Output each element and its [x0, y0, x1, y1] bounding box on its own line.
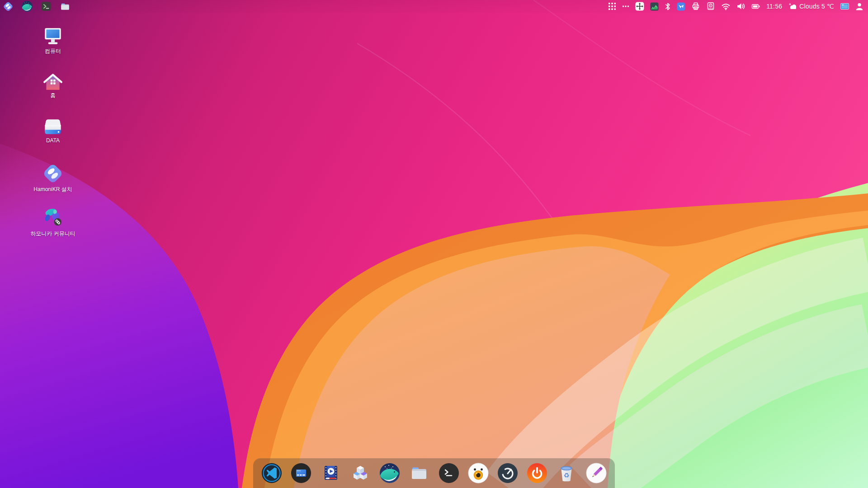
community-link-icon: [41, 206, 65, 230]
filmstrip-play-icon: [320, 462, 342, 484]
house-icon: [42, 70, 64, 91]
scanner-icon[interactable]: [706, 0, 715, 13]
dock-system-optimizer[interactable]: [497, 462, 519, 484]
desktop-icon-hamonikr-install[interactable]: HamoniKR 설치: [25, 162, 81, 193]
hamonikr-menu-button[interactable]: [2, 0, 14, 12]
svg-text:♻: ♻: [564, 472, 570, 479]
whale-icon: [379, 462, 401, 484]
wifi-icon[interactable]: [721, 0, 731, 13]
app-grid-icon[interactable]: [608, 0, 616, 13]
partly-cloudy-icon: [788, 2, 797, 10]
face-icon: [467, 462, 489, 484]
desktop-icon-community[interactable]: 하모니카 커뮤니티: [25, 206, 81, 237]
desktop-icon-label: 컴퓨터: [45, 48, 61, 55]
printer-icon[interactable]: [691, 0, 700, 13]
bluetooth-icon[interactable]: [665, 0, 671, 13]
display-icon[interactable]: [840, 0, 849, 13]
trash-can-icon: ♻: [556, 462, 577, 484]
speaker-icon[interactable]: [736, 0, 745, 13]
whale-browser-launcher[interactable]: [21, 0, 33, 12]
desktop-icon-label: 홈: [50, 93, 56, 99]
monitor-icon: [42, 27, 64, 47]
cubes-icon: [349, 462, 371, 484]
folder-icon: [408, 462, 430, 484]
dock-hamonikr-app[interactable]: [467, 462, 489, 484]
dock-text-editor[interactable]: [585, 462, 607, 484]
desktop-wallpaper: [0, 0, 868, 488]
panel-launchers: [0, 0, 71, 13]
dock-software-packages[interactable]: [349, 462, 371, 484]
dock-media-player[interactable]: [320, 462, 342, 484]
system-tray: 11:56 Clouds 5 ℃: [608, 0, 868, 13]
dock-vscode[interactable]: [261, 462, 283, 484]
dock-trash[interactable]: ♻: [556, 462, 577, 484]
desktop-icon-label: HamoniKR 설치: [33, 187, 72, 193]
desktop-icon-label: 하모니카 커뮤니티: [30, 231, 75, 237]
gauge-icon: [497, 462, 519, 484]
move-arrows-icon[interactable]: [635, 0, 644, 13]
vscode-icon: [261, 462, 283, 484]
whale-icon: [21, 0, 33, 12]
hamonikr-logo-icon: [41, 162, 65, 185]
weather-text: Clouds 5 ℃: [799, 3, 834, 10]
desktop-icon-home[interactable]: 홈: [25, 70, 81, 99]
files-launcher[interactable]: [59, 0, 71, 12]
terminal-prompt-icon: [438, 462, 460, 484]
folder-icon: [59, 0, 71, 13]
overflow-menu-icon[interactable]: [622, 0, 629, 13]
power-icon: [526, 462, 548, 484]
desktop-icon-computer[interactable]: 컴퓨터: [25, 27, 81, 55]
user-icon[interactable]: [855, 0, 863, 13]
clock-text: 11:56: [766, 3, 782, 10]
terminal-launcher[interactable]: [40, 0, 52, 12]
harddisk-icon: [42, 117, 64, 136]
desktop-icon-data[interactable]: DATA: [25, 117, 81, 144]
hamonikr-logo-icon: [2, 0, 14, 13]
desktop-icon-label: DATA: [46, 138, 60, 144]
weather-applet[interactable]: Clouds 5 ℃: [788, 0, 834, 13]
pencil-icon: [585, 462, 607, 484]
dock-shutdown[interactable]: [526, 462, 548, 484]
dock: ♻: [253, 458, 615, 488]
app-window-icon: [290, 462, 312, 484]
cpu-graph-icon[interactable]: [650, 0, 659, 13]
terminal-icon: [41, 1, 52, 12]
clock-applet[interactable]: 11:56: [766, 0, 782, 13]
dock-file-manager[interactable]: [408, 462, 430, 484]
top-panel: 11:56 Clouds 5 ℃: [0, 0, 868, 13]
blue-sync-icon[interactable]: [677, 0, 685, 13]
dock-terminal[interactable]: [438, 462, 460, 484]
dock-input-settings[interactable]: [290, 462, 312, 484]
battery-icon[interactable]: [751, 0, 760, 13]
dock-whale-browser[interactable]: [379, 462, 401, 484]
